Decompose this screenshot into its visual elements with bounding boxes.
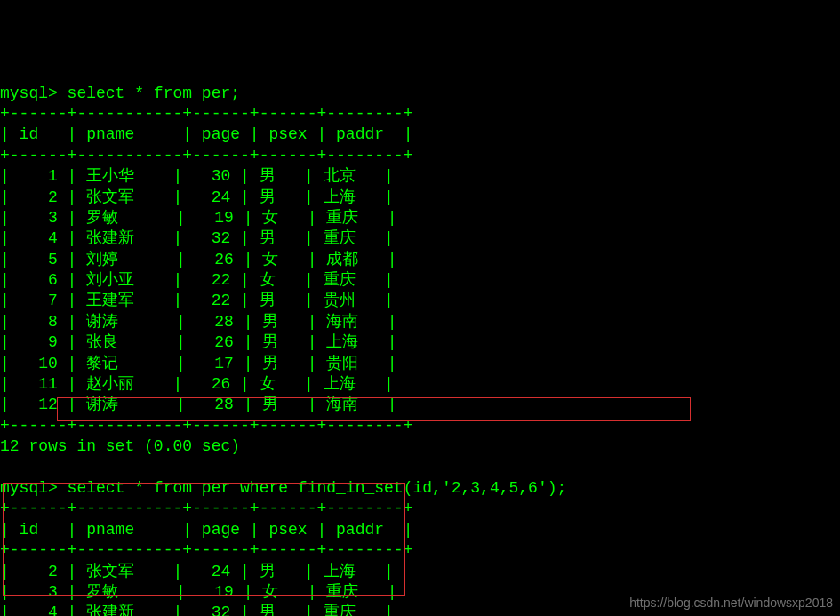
result-1-footer: 12 rows in set (0.00 sec) <box>0 437 240 455</box>
table-border: +------+-----------+------+------+------… <box>0 541 412 559</box>
table-border: +------+-----------+------+------+------… <box>0 417 412 435</box>
mysql-prompt: mysql> <box>0 84 58 102</box>
table-border: +------+-----------+------+------+------… <box>0 147 412 164</box>
table-border: +------+-----------+------+------+------… <box>0 500 412 517</box>
query-1: select * from per; <box>58 84 240 102</box>
watermark-text: https://blog.csdn.net/windowsxp2018 <box>629 595 833 611</box>
table-header-row: | id | pname | page | psex | paddr | <box>0 521 412 539</box>
table-border: +------+-----------+------+------+------… <box>0 105 412 123</box>
mysql-prompt: mysql> <box>0 479 58 497</box>
table-header-row: | id | pname | page | psex | paddr | <box>0 125 412 143</box>
query-2: select * from per where find_in_set(id,'… <box>58 479 567 497</box>
table-1-body: | 1 | 王小华 | 30 | 男 | 北京 | | 2 | 张文军 | 24… <box>0 167 396 413</box>
table-2-body: | 2 | 张文军 | 24 | 男 | 上海 | | 3 | 罗敏 | 19 … <box>0 563 396 616</box>
